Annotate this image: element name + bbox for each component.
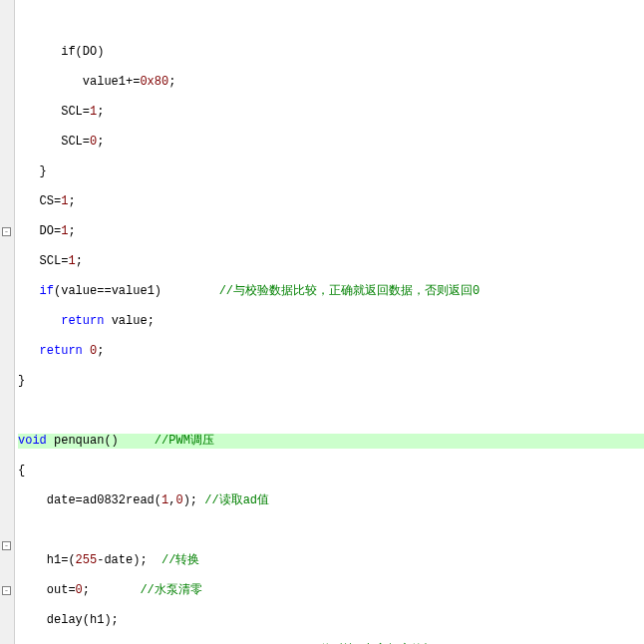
fold-gutter: - - - bbox=[0, 0, 15, 644]
code-line: value1+=0x80; bbox=[18, 75, 644, 90]
code-line: DO=1; bbox=[18, 224, 644, 239]
code-line: h1=(255-date); //转换 bbox=[18, 553, 644, 568]
fold-marker[interactable]: - bbox=[2, 227, 11, 236]
code-editor[interactable]: - - - if(DO) value1+=0x80; SCL=1; SCL=0;… bbox=[0, 0, 644, 644]
code-line: SCL=1; bbox=[18, 254, 644, 269]
code-line: out=0; //水泵清零 bbox=[18, 583, 644, 598]
code-line: return 0; bbox=[18, 344, 644, 359]
code-line: { bbox=[18, 464, 644, 479]
code-line: if(DO) bbox=[18, 45, 644, 60]
code-line: CS=1; bbox=[18, 194, 644, 209]
code-line: date=ad0832read(1,0); //读取ad值 bbox=[18, 493, 644, 508]
code-line: delay(h1); bbox=[18, 613, 644, 628]
fold-marker[interactable]: - bbox=[2, 586, 11, 595]
code-line bbox=[18, 404, 644, 419]
code-line: SCL=1; bbox=[18, 105, 644, 120]
code-line bbox=[18, 523, 644, 538]
fold-marker[interactable]: - bbox=[2, 541, 11, 550]
code-line: return value; bbox=[18, 314, 644, 329]
code-line-highlighted: void penquan() //PWM调压 bbox=[18, 434, 644, 449]
code-line: } bbox=[18, 374, 644, 389]
code-line: } bbox=[18, 164, 644, 179]
code-line: SCL=0; bbox=[18, 135, 644, 150]
code-line: if(value==value1) //与校验数据比较，正确就返回数据，否则返回… bbox=[18, 284, 644, 299]
